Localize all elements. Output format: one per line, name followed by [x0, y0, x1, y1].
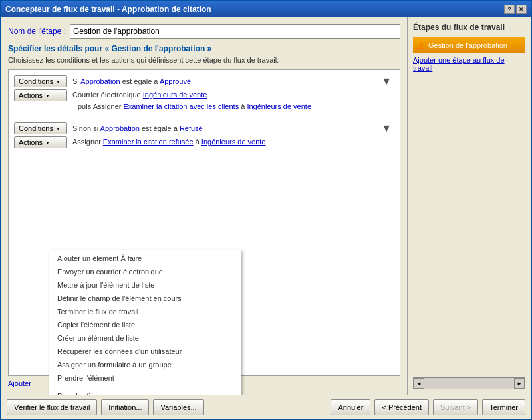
divider1: [14, 118, 394, 118]
action2-examiner-link[interactable]: Examiner la citation refusée: [103, 138, 194, 146]
scroll-left-btn[interactable]: ◄: [414, 378, 424, 389]
step-name-input[interactable]: [70, 24, 400, 39]
condition1-text: Si Approbation est égale à Approuvé: [72, 77, 378, 85]
condition2-refuse-link[interactable]: Refusé: [180, 124, 203, 132]
condition-block-1: Conditions Si Approbation est égale à Ap…: [14, 75, 394, 112]
right-panel: Étapes du flux de travail ⚠ Gestion de l…: [408, 17, 531, 395]
conditions-button-2[interactable]: Conditions: [14, 122, 67, 134]
condition2-row: Conditions Sinon si Approbation est égal…: [14, 122, 394, 134]
menu-item-take[interactable]: Prendre l'élément: [49, 371, 241, 385]
variables-button[interactable]: Variables...: [153, 399, 203, 415]
active-step-icon: ⚠: [417, 40, 426, 51]
next-button[interactable]: Suivant >: [433, 399, 478, 415]
menu-item-create[interactable]: Créer un élément de liste: [49, 331, 241, 345]
menu-item-update[interactable]: Mettre à jour l'élément de liste: [49, 278, 241, 292]
step-name-label: Nom de l'étape :: [8, 27, 66, 36]
action1-ingenieur2-link[interactable]: Ingénieurs de vente: [247, 103, 311, 110]
condition2-text: Sinon si Approbation est égale à Refusé: [72, 124, 378, 132]
condition-block-2: Conditions Sinon si Approbation est égal…: [14, 122, 394, 148]
workflow-content: Conditions Si Approbation est égale à Ap…: [8, 69, 400, 376]
condition1-row: Conditions Si Approbation est égale à Ap…: [14, 75, 394, 87]
scroll-right-btn[interactable]: ►: [514, 378, 525, 389]
condition2-approbation-link[interactable]: Approbation: [100, 124, 140, 132]
panel-title: Étapes du flux de travail: [413, 23, 525, 32]
window-title: Concepteur de flux de travail - Approbat…: [5, 5, 211, 14]
horizontal-scrollbar[interactable]: ◄ ►: [413, 377, 525, 389]
action1-ingenieur-link[interactable]: Ingénieurs de vente: [143, 91, 207, 99]
menu-item-retrieve[interactable]: Récupérer les données d'un utilisateur: [49, 345, 241, 358]
finish-button[interactable]: Terminer: [482, 399, 525, 415]
help-button[interactable]: ?: [504, 5, 515, 14]
menu-separator: [49, 387, 241, 387]
actions-button-1[interactable]: Actions: [14, 89, 67, 101]
menu-item-todo[interactable]: Ajouter un élément À faire: [49, 252, 241, 265]
action1-text: Courrier électronique Ingénieurs de vent…: [72, 89, 394, 112]
action1-examiner-link[interactable]: Examiner la citation avec les clients: [124, 103, 239, 110]
add-link[interactable]: Ajouter: [8, 379, 31, 387]
add-step-link[interactable]: Ajouter une étape au flux de travail: [413, 56, 525, 72]
condition2-expand-icon[interactable]: ▼: [381, 122, 392, 134]
action2-ingenieur-link[interactable]: Ingénieurs de vente: [201, 138, 266, 146]
condition1-expand-icon[interactable]: ▼: [381, 75, 392, 87]
menu-item-email[interactable]: Envoyer un courrier électronique: [49, 265, 241, 278]
action2-text: Assigner Examiner la citation refusée à …: [72, 136, 394, 148]
scroll-track[interactable]: [424, 378, 514, 389]
actions-dropdown-menu[interactable]: Ajouter un élément À faire Envoyer un co…: [49, 250, 241, 395]
verify-button[interactable]: Vérifier le flux de travail: [7, 399, 97, 415]
description: Choisissez les conditions et les actions…: [8, 56, 400, 64]
action2-row: Actions Assigner Examiner la citation re…: [14, 136, 394, 148]
menu-item-assign-form[interactable]: Assigner un formulaire à un groupe: [49, 358, 241, 371]
action1-row: Actions Courrier électronique Ingénieurs…: [14, 89, 394, 112]
active-step: ⚠ Gestion de l'approbation: [413, 37, 525, 53]
main-area: Nom de l'étape : Spécifier les détails p…: [1, 17, 408, 395]
panel-spacer: [413, 72, 525, 377]
condition1-approuve-link[interactable]: Approuvé: [160, 77, 191, 85]
close-button[interactable]: ✕: [516, 5, 527, 14]
menu-item-more[interactable]: Plus d'actions...: [49, 389, 241, 395]
title-bar: Concepteur de flux de travail - Approbat…: [1, 1, 531, 17]
main-window: Concepteur de flux de travail - Approbat…: [0, 0, 532, 420]
menu-item-copy[interactable]: Copier l'élément de liste: [49, 318, 241, 331]
step-name-row: Nom de l'étape :: [8, 24, 400, 39]
window-body: Nom de l'étape : Spécifier les détails p…: [1, 17, 531, 395]
menu-item-define-field[interactable]: Définir le champ de l'élément en cours: [49, 292, 241, 305]
section-title: Spécifier les détails pour « Gestion de …: [8, 44, 400, 53]
prev-button[interactable]: < Précédent: [374, 399, 429, 415]
title-bar-buttons: ? ✕: [504, 5, 527, 14]
bottom-bar: Vérifier le flux de travail Initiation..…: [1, 395, 531, 419]
actions-button-2[interactable]: Actions: [14, 136, 67, 148]
initiation-button[interactable]: Initiation...: [101, 399, 149, 415]
menu-item-terminate[interactable]: Terminer le flux de travail: [49, 305, 241, 318]
cancel-button[interactable]: Annuler: [331, 399, 370, 415]
condition1-approbation-link[interactable]: Approbation: [80, 77, 120, 85]
conditions-button-1[interactable]: Conditions: [14, 75, 67, 87]
